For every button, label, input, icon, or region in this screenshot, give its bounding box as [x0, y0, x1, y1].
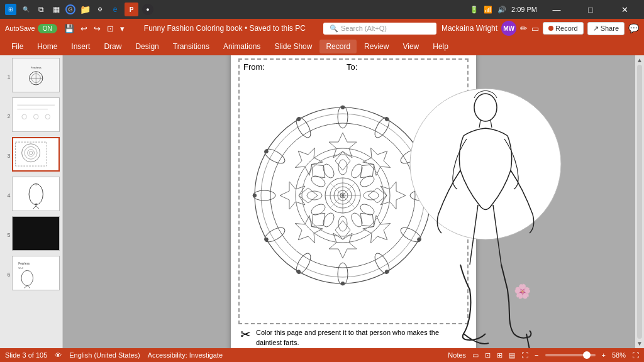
slide-count: Slide 3 of 105	[5, 351, 47, 359]
normal-view-icon[interactable]: ▭	[472, 351, 479, 359]
present-icon[interactable]: ▭	[531, 24, 539, 33]
menu-slideshow[interactable]: Slide Show	[268, 40, 318, 53]
autosave-label: AutoSave	[5, 25, 35, 32]
user-avatar[interactable]: MW	[501, 21, 516, 36]
chrome-icon[interactable]: G	[65, 4, 75, 14]
save-icon[interactable]: 💾	[62, 23, 76, 35]
record-button-top[interactable]: Record	[543, 22, 583, 35]
slide-thumb-1[interactable]: Fearless	[12, 58, 60, 92]
start-icon[interactable]: ⊞	[5, 4, 16, 15]
canvas-area[interactable]: From: To:	[63, 55, 644, 348]
zoom-handle[interactable]	[583, 351, 591, 359]
autosave-toggle[interactable]: ON	[38, 24, 57, 33]
edge-icon[interactable]: e	[109, 4, 121, 15]
statusbar: Slide 3 of 105 👁 English (United States)…	[0, 348, 644, 362]
share-button-top[interactable]: ↗ Share	[587, 22, 625, 35]
svg-point-49	[358, 173, 376, 189]
slide-thumb-container-6: 6 Fearless Wolf	[3, 256, 60, 293]
svg-point-52	[349, 211, 364, 229]
presenter-view-icon[interactable]: ⛶	[521, 351, 528, 359]
svg-text:Fearless: Fearless	[30, 65, 42, 69]
slide-thumb-6[interactable]: Fearless Wolf	[12, 256, 60, 290]
obs-icon[interactable]: ●	[142, 4, 153, 15]
notes-button[interactable]: Notes	[448, 351, 466, 359]
svg-point-48	[349, 162, 364, 180]
settings-icon[interactable]: ⚙	[94, 4, 106, 15]
svg-text:Wolf: Wolf	[18, 266, 23, 269]
share-icon: ↗	[593, 25, 601, 32]
main-area: 1 Fearless 2	[0, 55, 644, 348]
scroll-up-arrow[interactable]: ▲	[636, 57, 643, 63]
menu-record[interactable]: Record	[319, 40, 357, 53]
comments-icon[interactable]: 💬	[628, 23, 639, 33]
to-label: To:	[347, 62, 357, 72]
zoom-in-icon[interactable]: +	[602, 351, 606, 359]
svg-point-40	[294, 251, 314, 276]
scroll-track[interactable]	[637, 65, 642, 339]
maximize-button[interactable]: □	[576, 0, 605, 19]
reading-view-icon[interactable]: ▤	[509, 351, 515, 359]
slide-num-5: 5	[3, 232, 11, 238]
outline-view-icon[interactable]: ⊡	[485, 351, 491, 359]
explorer-icon[interactable]: 📁	[79, 4, 91, 15]
slide-thumb-2[interactable]	[12, 97, 60, 132]
close-button[interactable]: ✕	[610, 0, 639, 19]
svg-point-50	[364, 191, 379, 200]
menu-file[interactable]: File	[5, 40, 30, 53]
menu-review[interactable]: Review	[358, 40, 395, 53]
svg-point-69	[341, 106, 345, 109]
slide-num-2: 2	[3, 113, 11, 119]
zoom-slider[interactable]	[545, 354, 596, 356]
pen-icon[interactable]: ✏	[520, 23, 528, 33]
search-icon: 🔍	[330, 25, 338, 33]
menu-insert[interactable]: Insert	[65, 40, 96, 53]
svg-line-87	[526, 334, 530, 348]
slide-thumb-3[interactable]	[12, 137, 60, 172]
more-icon[interactable]: ▾	[118, 23, 126, 35]
slide-sorter-icon[interactable]: ⊞	[497, 351, 502, 359]
menu-home[interactable]: Home	[31, 40, 64, 53]
zoom-out-icon[interactable]: −	[535, 351, 538, 359]
record-dot-icon	[548, 26, 553, 31]
menu-transitions[interactable]: Transitions	[167, 40, 216, 53]
accessibility-status[interactable]: Accessibility: Investigate	[148, 351, 223, 359]
powerpoint-icon[interactable]: P	[125, 3, 138, 16]
zoom-level[interactable]: 58%	[612, 351, 626, 359]
search-icon[interactable]: 🔍	[20, 4, 31, 15]
minimize-button[interactable]: —	[542, 0, 571, 19]
titlebar-right: 🔋 📶 🔊 2:09 PM — □ ✕	[470, 0, 639, 19]
slide-num-1: 1	[3, 74, 11, 80]
fashion-svg: 🌸	[397, 89, 574, 348]
scroll-down-arrow[interactable]: ▼	[636, 340, 643, 347]
right-scrollbar[interactable]: ▲ ▼	[635, 55, 644, 348]
search-box[interactable]: 🔍 Search (Alt+Q)	[323, 23, 436, 35]
slide-thumb-container-2: 2	[3, 97, 60, 134]
slide-thumb-4[interactable]	[12, 177, 60, 211]
taskview-icon[interactable]: ⧉	[35, 4, 47, 15]
menu-animations[interactable]: Animations	[217, 40, 267, 53]
undo-icon[interactable]: ↩	[79, 23, 89, 35]
svg-text:Fearless: Fearless	[18, 262, 30, 265]
slide-thumb-container-4: 4	[3, 177, 60, 214]
svg-point-78	[253, 194, 257, 197]
redo-icon[interactable]: ↪	[92, 23, 103, 35]
svg-point-44	[294, 115, 314, 140]
slide-thumb-5[interactable]	[12, 216, 60, 251]
title-bar: ⊞ 🔍 ⧉ ▦ G 📁 ⚙ e P ● 🔋 📶 🔊 2:09 PM — □ ✕	[0, 0, 644, 19]
widgets-icon[interactable]: ▦	[50, 4, 62, 15]
quick-access: 💾 ↩ ↪ ⊡ ▾	[62, 23, 126, 35]
fit-slide-icon[interactable]: ⛶	[632, 351, 639, 359]
svg-point-51	[358, 202, 376, 217]
statusbar-right: Notes ▭ ⊡ ⊞ ▤ ⛶ − + 58% ⛶	[448, 351, 639, 359]
slide-num-4: 4	[3, 192, 11, 199]
battery-icon: 🔋	[470, 6, 479, 14]
slide-num-6: 6	[3, 272, 11, 278]
menu-draw[interactable]: Draw	[97, 40, 128, 53]
svg-point-53	[338, 216, 347, 231]
menu-view[interactable]: View	[396, 40, 425, 53]
menu-design[interactable]: Design	[129, 40, 165, 53]
document-title: Funny Fashion Coloring book • Saved to t…	[131, 24, 318, 33]
menu-help[interactable]: Help	[426, 40, 455, 53]
format-icon[interactable]: ⊡	[105, 23, 116, 35]
user-name: Mackaina Wright	[441, 24, 497, 33]
